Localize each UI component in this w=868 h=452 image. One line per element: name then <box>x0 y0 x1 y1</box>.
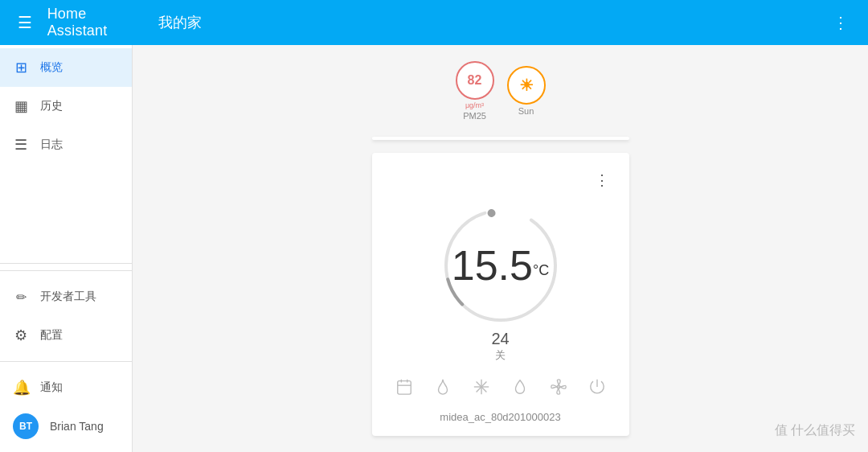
sidebar-item-label-developer: 开发者工具 <box>40 290 96 304</box>
temp-unit: °C <box>533 262 549 278</box>
sidebar-item-history[interactable]: ▦ 历史 <box>0 87 132 125</box>
sidebar-item-label-history: 历史 <box>40 99 63 113</box>
main-layout: ⊞ 概览 ▦ 历史 ☰ 日志 ✏ 开发者工具 ⚙ 配置 <box>0 45 868 452</box>
overview-icon: ⊞ <box>13 59 29 76</box>
sidebar-item-config[interactable]: ⚙ 配置 <box>0 316 132 355</box>
topbar-left: ☰ Home Assistant <box>13 6 145 39</box>
content-area: 82 μg/m³ PM25 ☀ Sun 卧室 💡 yeelight_lamp1_… <box>133 45 868 452</box>
topbar-center: 我的家 <box>145 13 826 32</box>
topbar: ☰ Home Assistant 我的家 ⋮ <box>0 0 868 45</box>
pm25-badge[interactable]: 82 μg/m³ PM25 <box>456 61 494 121</box>
thermostat-ring: 15.5°C <box>436 201 565 330</box>
sun-badge[interactable]: ☀ Sun <box>507 66 546 116</box>
ac-device-name: midea_ac_80d201000023 <box>385 411 616 423</box>
sidebar-divider-2 <box>0 361 132 362</box>
pm25-value: 82 <box>468 73 482 88</box>
pm25-circle: 82 <box>456 61 494 100</box>
temp-value: 15.5°C <box>452 241 549 290</box>
flame-icon[interactable] <box>432 376 454 398</box>
ac-controls <box>385 369 616 405</box>
notification-icon: 🔔 <box>13 379 29 397</box>
temp-number: 15.5 <box>452 242 533 289</box>
bedroom-card-header: 卧室 <box>372 137 629 140</box>
schedule-icon[interactable] <box>393 376 416 398</box>
sidebar-item-label-log: 日志 <box>40 138 63 152</box>
sidebar-item-overview[interactable]: ⊞ 概览 <box>0 48 132 87</box>
app-title: Home Assistant <box>47 6 145 39</box>
sidebar-item-label-overview: 概览 <box>40 60 63 75</box>
ac-card: ⋮ 15.5°C <box>372 153 629 436</box>
avatar: BT <box>13 413 39 439</box>
sensor-row: 82 μg/m³ PM25 ☀ Sun <box>456 61 546 121</box>
menu-button[interactable]: ☰ <box>13 10 38 35</box>
svg-point-2 <box>486 208 496 218</box>
sidebar-divider-1 <box>0 270 132 271</box>
sidebar-item-developer[interactable]: ✏ 开发者工具 <box>0 277 132 316</box>
svg-rect-3 <box>397 381 411 395</box>
log-icon: ☰ <box>13 136 29 154</box>
config-icon: ⚙ <box>13 327 29 344</box>
bedroom-card: 卧室 💡 yeelight_lamp1_0x00000000711eedf 💡 … <box>372 137 629 140</box>
ac-set-temp: 24 <box>491 330 509 348</box>
history-icon: ▦ <box>13 97 29 115</box>
pm25-unit: μg/m³ <box>465 101 484 109</box>
topbar-right: ⋮ <box>826 8 855 37</box>
snowflake-icon[interactable] <box>470 376 493 398</box>
temp-center: 15.5°C <box>452 241 549 290</box>
sidebar-item-user[interactable]: BT Brian Tang <box>0 407 132 446</box>
user-name: Brian Tang <box>50 420 104 433</box>
sidebar-item-label-config: 配置 <box>40 328 63 343</box>
ac-temp-display: 15.5°C 24 关 <box>385 201 616 363</box>
power-icon[interactable] <box>586 376 608 398</box>
ac-more-button[interactable]: ⋮ <box>588 166 616 195</box>
sidebar-item-log[interactable]: ☰ 日志 <box>0 125 132 164</box>
sidebar: ⊞ 概览 ▦ 历史 ☰ 日志 ✏ 开发者工具 ⚙ 配置 <box>0 45 133 452</box>
sidebar-bottom: ✏ 开发者工具 ⚙ 配置 🔔 通知 BT Brian Tang <box>0 263 132 452</box>
fan-icon[interactable] <box>547 376 570 398</box>
more-button[interactable]: ⋮ <box>826 8 855 37</box>
sidebar-nav: ⊞ 概览 ▦ 历史 ☰ 日志 <box>0 45 132 263</box>
sidebar-item-label-notification: 通知 <box>40 380 63 395</box>
pm25-label: PM25 <box>463 111 486 121</box>
page-title: 我的家 <box>158 13 202 32</box>
sun-label: Sun <box>518 106 534 116</box>
ac-mode-label: 关 <box>495 348 506 363</box>
sidebar-item-notification[interactable]: 🔔 通知 <box>0 368 132 407</box>
water-icon[interactable] <box>509 376 531 398</box>
developer-icon: ✏ <box>13 290 29 305</box>
sun-icon: ☀ <box>519 76 534 95</box>
sun-circle: ☀ <box>507 66 546 105</box>
ac-card-header: ⋮ <box>385 166 616 195</box>
